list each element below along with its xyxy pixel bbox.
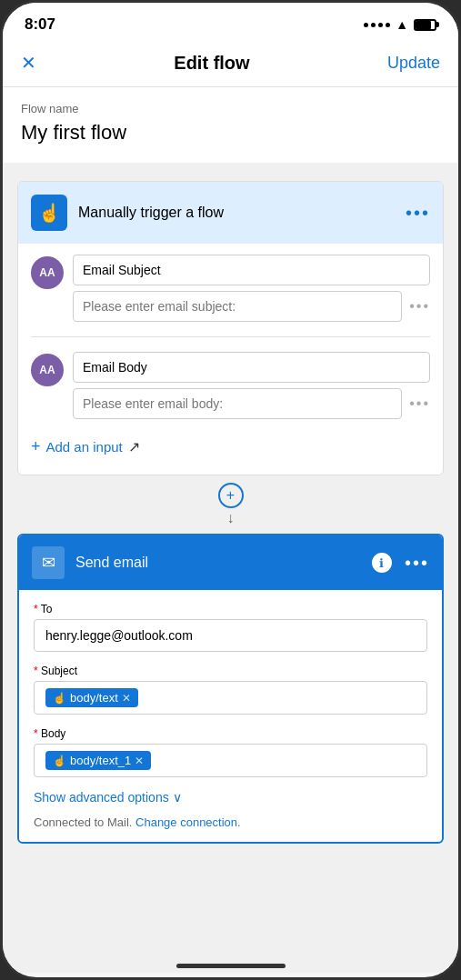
flow-name-value[interactable]: My first flow (21, 121, 440, 145)
trigger-more-options[interactable]: ••• (406, 203, 430, 224)
flow-name-section: Flow name My first flow (3, 87, 458, 163)
email-subject-placeholder-input[interactable] (73, 291, 402, 322)
status-icons: ▲ (364, 17, 436, 32)
connector: + ↓ (3, 475, 458, 534)
mail-icon-box: ✉ (32, 546, 65, 579)
update-button[interactable]: Update (387, 54, 440, 73)
to-input[interactable] (34, 619, 427, 652)
email-body-fields: ••• (73, 352, 430, 419)
connector-plus-circle[interactable]: + (218, 483, 244, 508)
subject-tag: ☝ body/text ✕ (45, 688, 138, 707)
subject-field-group: * Subject ☝ body/text ✕ (34, 665, 427, 715)
send-email-card: ✉ Send email ℹ ••• * To (17, 534, 444, 844)
body-tag-close[interactable]: ✕ (135, 755, 144, 767)
connected-info: Connected to Mail. Change connection. (34, 815, 427, 829)
subject-tag-text: body/text (70, 691, 118, 705)
phone-frame: 8:07 ▲ ✕ Edit flow Update Flow name My f… (0, 0, 461, 980)
email-body-placeholder-row: ••• (73, 388, 430, 419)
advanced-options-label: Show advanced options (34, 790, 169, 805)
send-email-header-left: ✉ Send email (32, 546, 148, 579)
signal-dots-icon (364, 23, 390, 27)
email-subject-placeholder-row: ••• (73, 291, 430, 322)
battery-fill (416, 21, 431, 29)
add-input-row[interactable]: + Add an input ↗ (31, 434, 430, 464)
connected-to-text: Connected to Mail. (34, 815, 132, 829)
email-subject-name-input[interactable] (73, 255, 430, 285)
signal-dot-3 (378, 23, 383, 27)
send-email-header: ✉ Send email ℹ ••• (19, 535, 442, 590)
body-tag-icon: ☝ (53, 755, 66, 767)
avatar-label-body: AA (39, 364, 55, 376)
send-email-body: * To * Subject ☝ body/text ✕ (19, 590, 442, 842)
advanced-options-toggle[interactable]: Show advanced options ∨ (34, 790, 427, 805)
status-bar: 8:07 ▲ (3, 3, 458, 43)
trigger-card: ☝ Manually trigger a flow ••• AA (17, 181, 444, 475)
email-body-name-input[interactable] (73, 352, 430, 383)
wifi-icon: ▲ (396, 17, 408, 32)
trigger-header: ☝ Manually trigger a flow ••• (18, 182, 443, 244)
body-label: * Body (34, 727, 427, 740)
subject-label: * Subject (34, 665, 427, 677)
signal-dot-4 (386, 23, 390, 27)
email-subject-row: AA ••• (31, 255, 430, 322)
send-email-more-options[interactable]: ••• (405, 553, 429, 574)
body-tag-input[interactable]: ☝ body/text_1 ✕ (34, 744, 427, 777)
connector-arrow-icon: ↓ (227, 510, 235, 526)
to-label: * To (34, 603, 427, 615)
email-body-more-options[interactable]: ••• (409, 395, 430, 412)
email-subject-more-options[interactable]: ••• (409, 298, 430, 315)
subject-label-text: Subject (41, 665, 77, 677)
top-nav: ✕ Edit flow Update (3, 43, 458, 87)
home-indicator (176, 964, 286, 968)
flow-name-label: Flow name (21, 102, 440, 115)
to-field-group: * To (34, 603, 427, 652)
cursor-icon: ↗ (128, 438, 140, 455)
divider-1 (31, 336, 430, 337)
signal-dot-2 (371, 23, 376, 27)
add-input-label: Add an input (46, 439, 123, 455)
content-area: Flow name My first flow ☝ Manually trigg… (3, 87, 458, 973)
chevron-down-icon: ∨ (173, 790, 182, 805)
trigger-icon-box: ☝ (31, 195, 67, 231)
change-connection-link[interactable]: Change connection. (135, 815, 241, 829)
page-title: Edit flow (174, 53, 249, 74)
email-body-placeholder-input[interactable] (73, 388, 402, 419)
trigger-body: AA ••• AA (18, 244, 443, 475)
status-time: 8:07 (25, 15, 55, 34)
body-tag-text: body/text_1 (70, 754, 131, 767)
avatar-body: AA (31, 354, 64, 386)
send-email-header-right: ℹ ••• (370, 551, 429, 575)
body-field-group: * Body ☝ body/text_1 ✕ (34, 727, 427, 777)
battery-icon (414, 19, 436, 31)
close-button[interactable]: ✕ (21, 52, 36, 74)
subject-tag-icon: ☝ (53, 692, 66, 705)
info-icon[interactable]: ℹ (370, 551, 394, 575)
body-tag: ☝ body/text_1 ✕ (45, 751, 151, 770)
avatar-label-subject: AA (39, 266, 55, 279)
subject-tag-close[interactable]: ✕ (122, 692, 131, 705)
body-label-text: Body (41, 727, 65, 740)
trigger-title: Manually trigger a flow (78, 205, 224, 221)
avatar-subject: AA (31, 256, 64, 289)
subject-tag-input[interactable]: ☝ body/text ✕ (34, 681, 427, 715)
plus-icon: + (31, 437, 41, 456)
email-body-row: AA ••• (31, 352, 430, 419)
email-subject-fields: ••• (73, 255, 430, 322)
signal-dot-1 (364, 23, 368, 27)
trigger-header-left: ☝ Manually trigger a flow (31, 195, 224, 231)
send-email-title: Send email (75, 555, 148, 571)
info-symbol: ℹ (379, 556, 384, 570)
to-label-text: To (41, 603, 53, 615)
